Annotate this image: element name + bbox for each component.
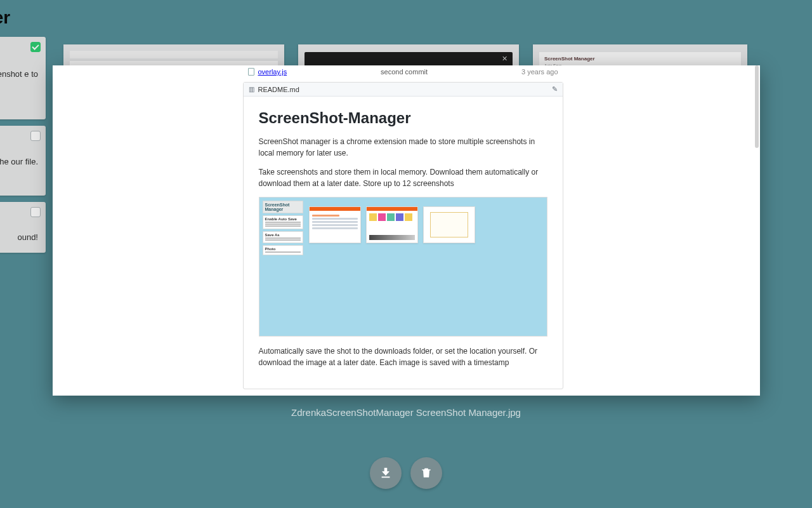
rs-opt1: Enable Auto Save bbox=[263, 215, 303, 229]
edit-icon[interactable]: ✎ bbox=[552, 85, 558, 93]
rs-sidebar: ScreenShot Manager Enable Auto Save Save… bbox=[263, 201, 303, 255]
file-icon bbox=[248, 68, 254, 76]
github-readme-area: overlay.js second commit 3 years ago ▥ R… bbox=[243, 65, 563, 396]
readme-screenshot: ScreenShot Manager Enable Auto Save Save… bbox=[259, 197, 547, 337]
lightbox-caption: ZdrenkaScreenShotManager ScreenShot Mana… bbox=[291, 407, 521, 418]
file-row: overlay.js second commit 3 years ago bbox=[243, 65, 563, 78]
readme-p2: Take screenshots and store them in local… bbox=[259, 166, 547, 189]
github-footer: © 2019 GitHub, Inc. Terms Privacy Securi… bbox=[243, 389, 563, 396]
readme-filename: README.md bbox=[258, 86, 299, 93]
svg-rect-0 bbox=[382, 477, 390, 478]
rs-opt2: Save As bbox=[263, 231, 303, 243]
readme-title: ScreenShot-Manager bbox=[259, 109, 547, 127]
delete-button[interactable] bbox=[410, 457, 442, 489]
lightbox-image: overlay.js second commit 3 years ago ▥ R… bbox=[53, 65, 760, 396]
rs-thumb-2 bbox=[366, 206, 418, 243]
rs-opt3: Photo bbox=[263, 245, 303, 255]
rs-thumb-1 bbox=[309, 206, 361, 243]
readme-body: ScreenShot-Manager ScreenShot manager is… bbox=[244, 97, 563, 389]
scrollbar-thumb[interactable] bbox=[755, 65, 759, 148]
readme-box: ▥ README.md ✎ ScreenShot-Manager ScreenS… bbox=[243, 82, 563, 389]
rs-app-title: ScreenShot Manager bbox=[263, 201, 303, 213]
commit-message: second commit bbox=[287, 68, 521, 76]
trash-icon bbox=[420, 467, 433, 479]
readme-p3: Automatically save the shot to the downl… bbox=[259, 345, 547, 368]
file-link[interactable]: overlay.js bbox=[258, 68, 287, 76]
lightbox-actions bbox=[0, 457, 812, 489]
download-button[interactable] bbox=[370, 457, 402, 489]
rs-thumb-3 bbox=[423, 206, 475, 243]
readme-header: ▥ README.md ✎ bbox=[244, 83, 563, 97]
lightbox-overlay[interactable]: overlay.js second commit 3 years ago ▥ R… bbox=[0, 0, 812, 508]
modal-scrollbar[interactable] bbox=[755, 65, 759, 396]
download-icon bbox=[379, 466, 393, 480]
commit-time: 3 years ago bbox=[521, 68, 558, 76]
book-icon: ▥ bbox=[249, 86, 254, 93]
readme-p1: ScreenShot manager is a chrome extension… bbox=[259, 136, 547, 159]
